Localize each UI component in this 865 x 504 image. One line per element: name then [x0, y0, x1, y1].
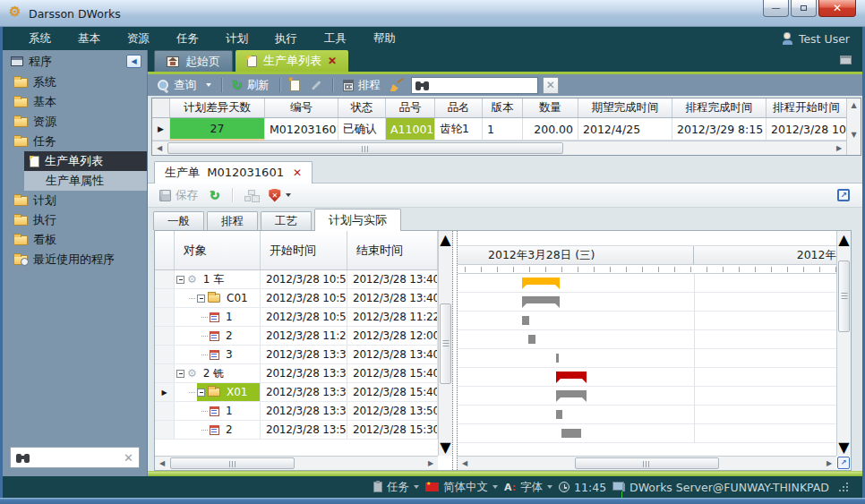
gantt-bar-6[interactable]	[556, 390, 587, 397]
tree-object-cell[interactable]: C01	[175, 289, 261, 307]
gantt-vscrollbar[interactable]: ▲ ▼	[836, 231, 851, 456]
tab-0[interactable]: 起始页	[154, 50, 233, 72]
vscroll-thumb[interactable]	[838, 261, 850, 332]
tree-object-cell[interactable]: X01	[175, 383, 261, 401]
tree-row-8[interactable]: 22012/3/28 13:502012/3/28 15:30	[155, 421, 438, 440]
list-search-clear-button[interactable]: ✕	[543, 77, 559, 94]
tree-row-7[interactable]: 12012/3/28 13:302012/3/28 13:50	[155, 402, 438, 421]
hscroll-thumb[interactable]	[575, 457, 719, 469]
tree-header-0[interactable]: 对象	[175, 231, 261, 269]
grid-cell-5[interactable]: 1	[483, 118, 523, 141]
gantt-bar-1[interactable]	[522, 296, 560, 303]
grid-header-6[interactable]: 数量	[523, 98, 578, 117]
tabstrip-windows-icon[interactable]	[840, 56, 852, 64]
menu-item-4[interactable]: 计划	[212, 31, 261, 47]
grid-header-1[interactable]: 编号	[265, 98, 338, 117]
menu-item-3[interactable]: 任务	[163, 31, 212, 47]
collapse-expander-icon[interactable]	[197, 295, 205, 303]
gantt-popout-icon[interactable]: ↗	[837, 457, 850, 469]
orders-grid-row[interactable]: ▶27M012031601已确认A11001齿轮11200.002012/4/2…	[152, 118, 846, 141]
sidebar-item-8[interactable]: 看板	[3, 230, 147, 250]
subtab-0[interactable]: 一般	[153, 211, 204, 230]
grid-header-7[interactable]: 期望完成时间	[578, 98, 672, 117]
detail-refresh-button[interactable]: ↻	[207, 190, 223, 201]
edit-button[interactable]	[307, 79, 325, 91]
tree-header-1[interactable]: 开始时间	[261, 231, 347, 269]
scroll-right-icon[interactable]: ▶	[832, 141, 846, 155]
sidebar-item-6[interactable]: 计划	[3, 191, 147, 210]
tree-row-4[interactable]: 32012/3/28 13:302012/3/28 13:40	[155, 346, 438, 364]
production-order-tab[interactable]: 生产单 M012031601 ✕	[154, 161, 313, 184]
sidebar-item-3[interactable]: 任务	[3, 132, 147, 151]
grid-header-9[interactable]: 排程开始时间	[767, 98, 846, 117]
scroll-left-icon[interactable]: ◀	[458, 457, 472, 470]
tree-object-cell[interactable]: 3	[175, 346, 261, 363]
sidebar-item-0[interactable]: 系统	[3, 73, 147, 92]
scroll-right-icon[interactable]: ▶	[424, 457, 438, 470]
gantt-bar-3[interactable]	[528, 335, 535, 344]
menu-item-1[interactable]: 基本	[64, 31, 114, 47]
grid-cell-6[interactable]: 200.00	[523, 118, 578, 141]
sidebar-search-clear-icon[interactable]: ✕	[124, 451, 133, 465]
tree-header-2[interactable]: 结束时间	[347, 231, 438, 269]
grid-cell-4[interactable]: 齿轮1	[435, 118, 483, 141]
new-button[interactable]	[287, 80, 303, 91]
gantt-bar-2[interactable]	[522, 316, 529, 325]
sidebar-item-4[interactable]: 生产单列表	[24, 151, 147, 171]
scroll-left-icon[interactable]: ◀	[152, 141, 167, 155]
resize-grip-icon[interactable]	[839, 483, 848, 491]
sidebar-search-box[interactable]: ✕	[10, 447, 140, 468]
sidebar-item-5[interactable]: 生产单属性	[24, 171, 147, 191]
gantt-hscrollbar[interactable]: ◀ ▶	[458, 456, 836, 470]
scroll-up-icon[interactable]: ▲	[847, 98, 861, 111]
refresh-button[interactable]: ↻ 刷新	[229, 78, 272, 93]
gantt-bar-4[interactable]	[556, 354, 559, 363]
vscroll-thumb[interactable]	[440, 303, 451, 384]
save-button[interactable]: 保存	[157, 188, 201, 203]
clean-button[interactable]	[388, 79, 407, 91]
grid-cell-9[interactable]: 2012/3/28 10:52	[767, 118, 846, 141]
subtab-2[interactable]: 工艺	[261, 211, 312, 230]
tree-row-0[interactable]: ⚙1 车2012/3/28 10:522012/3/28 13:40	[155, 270, 438, 289]
schedule-button[interactable]: 排程	[340, 78, 383, 93]
grid-cell-7[interactable]: 2012/4/25	[578, 118, 672, 141]
grid-cell-8[interactable]: 2012/3/29 8:15	[672, 118, 767, 141]
popout-icon[interactable]: ↗	[837, 189, 850, 201]
doc-tab-close-icon[interactable]: ✕	[293, 167, 302, 179]
sidebar-item-7[interactable]: 执行	[3, 210, 147, 230]
tab-close-icon[interactable]: ✕	[328, 55, 337, 67]
scroll-left-icon[interactable]: ◀	[155, 457, 169, 470]
relation-button[interactable]	[242, 190, 260, 201]
status-font-menu[interactable]: A: 字体	[504, 480, 552, 495]
collapse-expander-icon[interactable]	[197, 389, 205, 397]
scroll-up-icon[interactable]: ▲	[440, 231, 450, 248]
tree-table-hscrollbar[interactable]: ◀ ▶	[155, 456, 438, 470]
orders-grid-hscrollbar[interactable]: ◀ ▶	[152, 141, 846, 155]
scroll-down-icon[interactable]: ▼	[847, 128, 861, 141]
hscroll-thumb[interactable]	[170, 457, 295, 469]
tree-row-2[interactable]: 12012/3/28 10:522012/3/28 11:22	[155, 308, 438, 327]
menu-item-0[interactable]: 系统	[15, 31, 64, 47]
validate-button[interactable]: ✕	[266, 189, 294, 202]
menu-item-6[interactable]: 工具	[311, 31, 360, 47]
grid-cell-0[interactable]: 27	[170, 118, 265, 141]
grid-header-4[interactable]: 品名	[435, 98, 483, 117]
gantt-bar-8[interactable]	[561, 429, 581, 438]
hscroll-thumb[interactable]	[167, 142, 563, 154]
sidebar-item-9[interactable]: 最近使用的程序	[3, 250, 147, 269]
gantt-bar-0[interactable]	[522, 278, 560, 285]
menu-item-7[interactable]: 帮助	[360, 31, 409, 47]
gantt-bar-5[interactable]	[556, 372, 587, 379]
grid-header-0[interactable]: 计划差异天数	[170, 98, 265, 117]
menu-item-2[interactable]: 资源	[114, 31, 163, 47]
subtab-3[interactable]: 计划与实际	[314, 209, 401, 231]
tab-1[interactable]: 生产单列表✕	[236, 50, 348, 72]
gantt-bar-7[interactable]	[556, 410, 562, 419]
grid-header-3[interactable]: 品号	[386, 98, 435, 117]
tree-row-1[interactable]: C012012/3/28 10:522012/3/28 13:40	[155, 289, 438, 308]
tree-object-cell[interactable]: ⚙1 车	[175, 270, 261, 288]
grid-header-2[interactable]: 状态	[338, 98, 386, 117]
grid-cell-2[interactable]: 已确认	[338, 118, 386, 141]
tree-row-3[interactable]: 22012/3/28 11:222012/3/28 12:00	[155, 327, 438, 346]
status-task-menu[interactable]: 任务	[373, 480, 419, 495]
